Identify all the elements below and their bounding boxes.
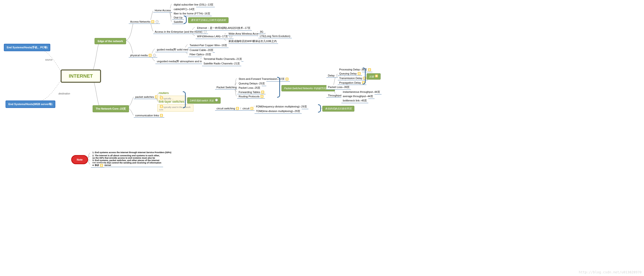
avg-throughput[interactable]: average throughput--44页 <box>341 94 374 99</box>
store-forward[interactable]: Store-and-Forward Transmission--22页 <box>237 77 290 81</box>
collapse-icon[interactable] <box>204 30 207 33</box>
queuing-delay[interactable]: Queuing Delay <box>338 72 362 76</box>
label: 4. 协议 <box>92 164 99 167</box>
label-source: source <box>45 58 52 61</box>
label: 2种常用的 switch 方法 <box>190 99 214 102</box>
lte[interactable]: LTE(Long Term Evolution) <box>258 34 292 38</box>
compare[interactable]: 比较 <box>367 73 380 80</box>
satellite[interactable]: Satellite <box>172 20 184 24</box>
label: Forwarding Tables <box>239 91 260 93</box>
forwarding-tables[interactable]: Forwarding Tables <box>237 90 266 94</box>
physical-media[interactable]: physical media <box>129 53 157 57</box>
wifi-note[interactable]: 家庭或咖啡店的WIFI要保证在几10米之内 <box>227 39 278 44</box>
bracket <box>318 104 321 112</box>
label: Transmission Delay <box>339 77 362 80</box>
notes-icon <box>358 72 360 75</box>
notes-icon <box>100 164 103 167</box>
routing-protocols[interactable]: Routing Protocols <box>237 94 265 99</box>
bracket <box>277 77 280 98</box>
label: WIFI(Wireless LAN)--17页 <box>197 35 228 38</box>
collapse-icon[interactable] <box>156 20 158 23</box>
notes-icon <box>160 114 163 117</box>
label-destination: destination <box>58 92 70 95</box>
notes-icon <box>149 54 152 57</box>
twisted-pair[interactable]: Twisted-Pair Copper Wire--19页 <box>188 43 228 48</box>
collapse-icon[interactable] <box>215 99 218 101</box>
3g[interactable]: 3G <box>258 30 265 34</box>
access-networks[interactable]: Access Networks <box>129 20 160 24</box>
inst-throughput[interactable]: instantaneous throughput--44页 <box>341 90 382 94</box>
label: Delay <box>328 74 335 77</box>
terrestrial[interactable]: Terrestrial Radio Channels--21页 <box>202 57 244 61</box>
circuit-switching[interactable]: circuit switching <box>215 106 245 111</box>
two-methods[interactable]: 2种常用的 switch 方法 <box>187 97 220 104</box>
routers-block[interactable]: routers typically ... <box>157 91 186 100</box>
label: communication links <box>135 114 159 117</box>
processing-delay[interactable]: Processing Delay--36页 <box>338 67 372 72</box>
packet-loss[interactable]: Packet Loss--25页 <box>237 86 262 90</box>
communication-links[interactable]: communication links <box>134 113 164 118</box>
edge-main[interactable]: Edge of the network <box>94 38 126 44</box>
fiber-optics[interactable]: Fiber Optics--20页 <box>188 52 213 57</box>
bracket <box>363 67 366 84</box>
notes-icon <box>236 107 239 110</box>
bracket <box>184 16 187 24</box>
label: physical media <box>130 54 148 57</box>
dial-sat-note[interactable]: 通常用于没有以上3种方式的农村 <box>188 17 228 23</box>
bracket <box>183 91 186 108</box>
label: circuit <box>242 107 250 110</box>
label: Queuing Delay <box>339 72 357 75</box>
notes-icon <box>375 74 378 77</box>
tdm[interactable]: TDM(time-division multiplexing)--29页 <box>254 109 302 114</box>
collapse-icon[interactable] <box>153 54 156 57</box>
notes-icon <box>160 105 163 108</box>
label: Home Access <box>155 9 171 12</box>
label: 比较 <box>369 75 374 78</box>
notes-icon <box>151 20 154 23</box>
pkt-loss[interactable]: Packet Loss--39页 <box>326 85 351 90</box>
hfc[interactable]: cable(HFC)--14页 <box>172 7 196 12</box>
label: Access Networks <box>130 20 150 23</box>
label: Wide-Area Wireless Access <box>228 32 261 35</box>
float-source[interactable]: End Systems/Hosts(手机，PC等) <box>4 44 50 51</box>
fdm[interactable]: FDM(frequency-division multiplexing)--29… <box>254 104 308 109</box>
notes-icon <box>286 78 288 80</box>
label: circuit switching <box>216 107 235 110</box>
bottleneck[interactable]: bottleneck link--45页 <box>341 98 368 103</box>
notes-icon <box>250 107 253 110</box>
label: Routing Protocols <box>239 95 260 98</box>
routers: routers <box>157 91 186 95</box>
label: packet switches <box>135 95 154 98</box>
coaxial[interactable]: Coaxial Cable--20页 <box>188 48 215 53</box>
label: Packet Switching <box>216 86 237 89</box>
notes-icon <box>260 95 264 98</box>
link-layer-note: typically used in the network core <box>157 104 194 112</box>
notes-icon <box>368 68 371 71</box>
label: Access in the Enterprise (and the Home) <box>155 30 202 33</box>
adv-dis[interactable]: 各自的优缺点比较在30页 <box>322 106 354 112</box>
queuing-delays[interactable]: Queuing Delays--25页 <box>237 81 266 86</box>
dsl[interactable]: digital subscriber line (DSL)--13页 <box>172 2 215 7</box>
note-cloud[interactable]: Note <box>71 155 88 164</box>
notes-icon <box>261 91 264 93</box>
center-node[interactable]: INTERNET <box>60 69 101 83</box>
notes-icon <box>160 96 163 99</box>
ftth[interactable]: fiber to the home (FTTH)--16页 <box>172 11 212 16</box>
dial-up[interactable]: Dial-Up <box>172 16 184 20</box>
satellite-radio[interactable]: Satellite Radio Channels--21页 <box>202 61 241 66</box>
label: Packet-Switched Networks 中的细节问题 <box>284 87 328 90</box>
label: Throughput <box>328 94 341 97</box>
label: Propagation Delay <box>339 81 361 84</box>
float-destination[interactable]: End Systems/Hosts(WEB server等) <box>6 100 55 108</box>
watermark: http://blog.csdn.net/u013828970 <box>579 270 642 274</box>
propagation-delay[interactable]: Propagation Delay <box>338 81 366 85</box>
core-main[interactable]: The Network Core--23页 <box>92 105 129 112</box>
ethernet[interactable]: Ethernet：是一种局域网(LAN)访问技术--17页 <box>196 26 252 30</box>
note-4[interactable]: 4. 协议 <box>91 163 104 168</box>
